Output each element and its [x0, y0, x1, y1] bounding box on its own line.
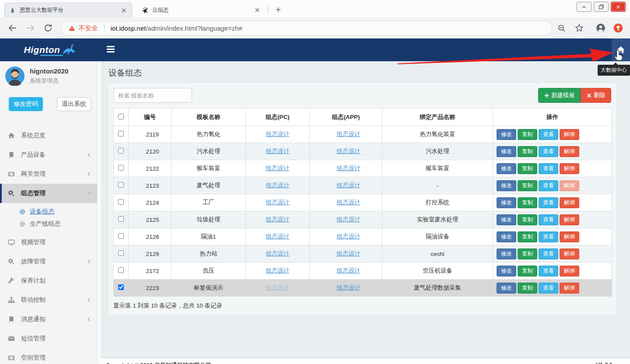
- view-button[interactable]: 查看: [539, 231, 558, 242]
- row-checkbox[interactable]: [118, 182, 124, 188]
- row-checkbox[interactable]: [118, 233, 124, 239]
- search-input[interactable]: [113, 88, 192, 103]
- pc-config-link[interactable]: 组态设计: [266, 267, 290, 274]
- table-row[interactable]: 2119 热力氧化 组态设计 组态设计 热力氧化装置 修改复制查看解绑: [114, 126, 612, 143]
- edit-button[interactable]: 修改: [497, 197, 516, 208]
- app-config-link[interactable]: 组态设计: [337, 250, 360, 257]
- new-template-button[interactable]: 新建模板: [538, 88, 581, 103]
- sidebar-item-maintenance-plan[interactable]: 保养计划: [0, 271, 101, 290]
- copy-button[interactable]: 复制: [518, 197, 537, 208]
- pc-config-link[interactable]: 组态设计: [266, 216, 290, 223]
- tab-close-icon[interactable]: [120, 7, 127, 14]
- app-config-link[interactable]: 组态设计: [337, 148, 360, 154]
- view-button[interactable]: 查看: [539, 283, 558, 294]
- table-row-selected[interactable]: 2223 标签值演示 组态设计 组态设计 废气处理数据采集 修改复制查看解绑: [114, 280, 612, 297]
- sidebar-item-linkage-control[interactable]: 联动控制: [0, 290, 101, 310]
- unbind-button[interactable]: 解绑: [560, 197, 579, 208]
- unbind-button[interactable]: 解绑: [560, 129, 579, 140]
- view-button[interactable]: 查看: [539, 180, 558, 191]
- window-close-button[interactable]: [611, 2, 626, 12]
- unbind-button[interactable]: 解绑: [560, 214, 579, 225]
- browser-tab-inactive[interactable]: 云组态: [137, 3, 265, 18]
- table-row[interactable]: 2120 污水处理 组态设计 组态设计 污水处理 修改复制查看解绑: [114, 143, 612, 160]
- reload-icon[interactable]: [43, 23, 53, 33]
- sidebar-item-sms[interactable]: 短信管理: [0, 329, 101, 348]
- pc-config-link[interactable]: 组态设计: [266, 233, 290, 240]
- edit-button[interactable]: 修改: [497, 214, 516, 225]
- pc-config-link[interactable]: 组态设计: [266, 250, 290, 257]
- zoom-out-icon[interactable]: [557, 24, 566, 32]
- view-button[interactable]: 查看: [539, 214, 558, 225]
- app-config-link[interactable]: 组态设计: [337, 182, 360, 189]
- row-checkbox[interactable]: [118, 267, 124, 273]
- table-row[interactable]: 2122 猴车装置 组态设计 组态设计 猴车装置 修改复制查看解绑: [114, 160, 612, 177]
- browser-tab-active[interactable]: 思普云大数据平台: [4, 3, 132, 18]
- pc-config-link[interactable]: 组态设计: [266, 199, 290, 206]
- new-tab-button[interactable]: [272, 4, 284, 16]
- select-all-checkbox[interactable]: [118, 114, 124, 119]
- sidebar-item-production-line-configuration[interactable]: 生产线组态: [0, 218, 101, 230]
- row-checkbox[interactable]: [118, 148, 124, 154]
- copy-button[interactable]: 复制: [518, 231, 537, 242]
- pc-config-link[interactable]: 组态设计: [266, 165, 290, 172]
- sidebar-item-device-configuration[interactable]: 设备组态: [0, 206, 101, 218]
- copy-button[interactable]: 复制: [518, 146, 537, 157]
- view-button[interactable]: 查看: [539, 248, 558, 259]
- unbind-button[interactable]: 解绑: [560, 266, 579, 276]
- unbind-button[interactable]: 解绑: [560, 146, 579, 157]
- sidebar-item-gateway[interactable]: 网关管理: [0, 164, 101, 184]
- table-row[interactable]: 2172 负压 组态设计 组态设计 空压机设备 修改复制查看解绑: [114, 262, 612, 280]
- app-config-link[interactable]: 组态设计: [337, 233, 360, 240]
- change-password-button[interactable]: 修改密码: [9, 97, 43, 111]
- table-row[interactable]: 2123 废气处理 组态设计 组态设计 - 修改复制查看解绑: [114, 177, 612, 194]
- sidebar-item-video[interactable]: 视频管理: [0, 233, 101, 252]
- tab-close-icon[interactable]: [254, 7, 261, 14]
- pc-config-link[interactable]: 组态设计: [266, 182, 290, 189]
- edit-button[interactable]: 修改: [497, 231, 516, 242]
- edit-button[interactable]: 修改: [497, 146, 516, 157]
- row-checkbox[interactable]: [118, 216, 124, 222]
- edit-button[interactable]: 修改: [497, 129, 516, 140]
- table-row[interactable]: 2125 垃圾处理 组态设计 组态设计 实验室废水处理 修改复制查看解绑: [114, 211, 612, 228]
- menu-hamburger-icon[interactable]: [107, 46, 116, 54]
- view-button[interactable]: 查看: [539, 163, 558, 174]
- row-checkbox[interactable]: [118, 165, 124, 171]
- row-checkbox[interactable]: [118, 131, 124, 136]
- app-config-link[interactable]: 组态设计: [337, 165, 360, 172]
- window-minimize-button[interactable]: [577, 2, 592, 12]
- delete-button[interactable]: 删除: [581, 88, 611, 103]
- sidebar-item-configuration[interactable]: 组态管理: [0, 184, 101, 203]
- forward-icon[interactable]: [25, 23, 35, 33]
- table-row[interactable]: 2124 工厂 组态设计 组态设计 灯控系统 修改复制查看解绑: [114, 194, 612, 211]
- row-checkbox[interactable]: [118, 250, 124, 256]
- row-checkbox[interactable]: [118, 284, 124, 290]
- bookmark-star-icon[interactable]: [575, 24, 584, 32]
- app-config-link[interactable]: 组态设计: [337, 131, 360, 137]
- sidebar-item-space[interactable]: 空间管理: [0, 348, 101, 364]
- table-row[interactable]: 2126 隔油1 组态设计 组态设计 隔油设备 修改复制查看解绑: [114, 228, 612, 245]
- pc-config-link[interactable]: 组态设计: [266, 131, 290, 137]
- unbind-button[interactable]: 解绑: [560, 283, 579, 294]
- app-config-link[interactable]: 组态设计: [337, 216, 360, 223]
- app-config-link[interactable]: 组态设计: [337, 267, 360, 274]
- copy-button[interactable]: 复制: [518, 248, 537, 259]
- app-config-link[interactable]: 组态设计: [337, 199, 360, 206]
- unbind-button[interactable]: 解绑: [560, 163, 579, 174]
- window-restore-button[interactable]: [594, 2, 609, 12]
- app-config-link[interactable]: 组态设计: [337, 284, 360, 291]
- logout-button[interactable]: 退出系统: [57, 97, 91, 111]
- pc-config-link-muted[interactable]: 组态设计: [266, 284, 290, 291]
- copy-button[interactable]: 复制: [518, 214, 537, 225]
- pc-config-link[interactable]: 组态设计: [266, 148, 290, 154]
- edit-button[interactable]: 修改: [497, 248, 516, 259]
- unbind-button-disabled[interactable]: 解绑: [560, 180, 579, 191]
- table-row[interactable]: 2129 热力站 组态设计 组态设计 ceshi 修改复制查看解绑: [114, 245, 612, 262]
- row-checkbox[interactable]: [118, 199, 124, 205]
- copy-button[interactable]: 复制: [518, 266, 537, 276]
- profile-avatar-icon[interactable]: [596, 23, 606, 33]
- copy-button[interactable]: 复制: [518, 129, 537, 140]
- view-button[interactable]: 查看: [539, 146, 558, 157]
- sidebar-item-message-notification[interactable]: 消息通知: [0, 310, 101, 329]
- sidebar-item-system-overview[interactable]: 系统总览: [0, 126, 101, 145]
- sidebar-item-fault[interactable]: 故障管理: [0, 252, 101, 271]
